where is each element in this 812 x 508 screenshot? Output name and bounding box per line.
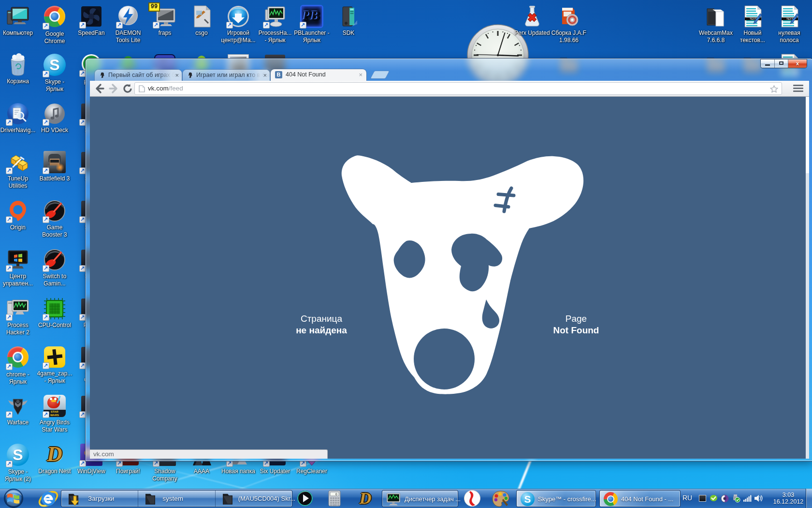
svg-text:0: 0 [335, 493, 337, 496]
